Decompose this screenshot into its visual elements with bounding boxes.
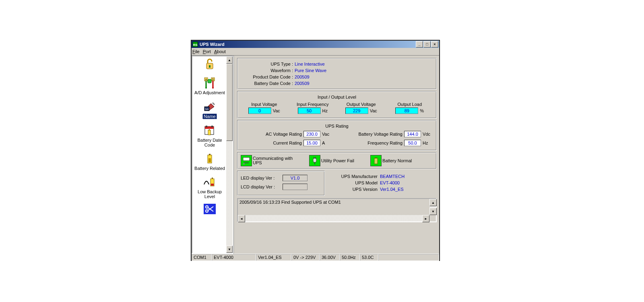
current-rating-label: Current Rating [273,141,302,145]
output-voltage-value: 229 [345,108,368,114]
ac-voltage-rating-unit: Vac [322,132,331,137]
scroll-down-button[interactable]: ▼ [429,208,437,215]
sidebar-item-ad-adjustment[interactable]: AD A/D Adjustment [194,77,226,95]
padlock-icon [203,58,217,71]
scroll-left-button[interactable]: ◄ [238,215,245,222]
low-backup-icon [203,176,217,188]
input-frequency-label: Input Frequency [291,102,335,107]
battery-voltage-rating-unit: Vdc [423,132,431,137]
io-level-title: Input / Output Level [241,95,433,99]
status-cell-spacer [378,254,439,261]
menu-port[interactable]: Port [203,49,211,54]
svg-rect-36 [374,158,378,164]
sidebar-item-extra[interactable] [194,204,226,215]
close-button[interactable]: × [431,41,438,48]
battery-icon [203,152,217,165]
sidebar-item-low-backup-level[interactable]: Low Backup Level [194,176,226,199]
svg-rect-12 [208,79,211,83]
frequency-rating-value: 50.0 [404,140,421,146]
sidebar-item-label: Battery Date Code [194,138,226,147]
input-voltage-unit: Vac [273,108,280,113]
svg-rect-25 [212,178,213,179]
scroll-up-button[interactable]: ▲ [429,199,437,206]
svg-point-10 [205,87,207,89]
status-battery-normal-label: Battery Normal [382,159,412,163]
svg-rect-26 [211,184,214,186]
battery-voltage-rating-value: 144.0 [404,131,421,137]
display-version-group: LED display Ver :V1.0 LCD display Ver : [237,171,325,196]
scrollbar-corner [429,215,436,221]
menu-file[interactable]: File [192,49,200,54]
sidebar-item-lock[interactable] [194,58,226,72]
ac-voltage-rating-value: 230.0 [303,131,320,137]
status-bar: COM1 EVT-4000 Ver1.04_ES 0V -> 229V 36.0… [192,254,439,261]
waveform-value: Pure Sine Wave [295,68,326,73]
led-display-ver-value: V1.0 [283,175,308,181]
scroll-down-button[interactable]: ▼ [226,246,233,253]
svg-rect-20 [209,129,210,130]
app-icon: RS [192,41,198,47]
svg-text:RS: RS [193,43,198,47]
status-group: Communicating with UPS Utility Power Fai… [237,152,437,169]
ups-version-label: UPS Version [331,187,380,192]
scroll-thumb[interactable] [226,64,233,141]
svg-rect-37 [375,157,377,158]
status-utility-power-label: Utility Power Fail [321,159,354,163]
status-cell-voltage: 0V -> 229V [291,254,320,261]
scroll-right-button[interactable]: ► [422,215,429,222]
menu-about[interactable]: About [214,49,226,54]
sidebar-item-name[interactable]: NA Name [194,100,226,119]
log-line: 2005/09/16 16:13:23 Find Supported UPS a… [239,200,341,205]
battery-calendar-icon [203,124,217,137]
input-voltage-value: 0 [248,108,271,114]
status-cell-port: COM1 [192,254,212,261]
input-voltage-label: Input Voltage [242,102,286,107]
frequency-rating-unit: Hz [423,141,431,145]
battery-date-value: 200509 [295,81,310,86]
output-load-unit: % [420,108,424,113]
battery-status-icon [370,155,382,166]
led-display-ver-label: LED display Ver : [241,176,281,180]
scroll-up-button[interactable]: ▲ [226,56,233,64]
maximize-button[interactable]: □ [423,41,431,48]
output-voltage-label: Output Voltage [339,102,383,107]
status-cell-batt-voltage: 36.00V [320,254,340,261]
input-frequency-value: 50 [298,108,321,114]
minimize-button[interactable]: _ [416,41,423,48]
ups-info-group: UPS Type :Line Interactive Waveform :Pur… [237,58,437,89]
current-rating-unit: A [322,141,331,145]
frequency-rating-label: Frequency Rating [367,141,402,145]
menu-bar: File Port About [192,48,439,56]
svg-point-11 [212,87,214,89]
sidebar-item-battery-related[interactable]: Battery Related [194,152,226,171]
plug-icon [309,155,320,166]
svg-rect-3 [209,65,211,68]
main-panel: UPS Type :Line Interactive Waveform :Pur… [234,56,439,254]
ac-voltage-rating-label: AC Voltage Rating [266,132,302,137]
status-cell-model: EVT-4000 [212,254,256,261]
communicating-icon [241,155,252,166]
sidebar-item-label: Name [202,114,217,119]
svg-line-30 [208,207,213,211]
scissors-icon [204,204,216,214]
log-vertical-scrollbar[interactable]: ▲ ▼ [429,199,436,215]
sidebar-item-label: A/D Adjustment [194,90,226,95]
log-textarea[interactable]: 2005/09/16 16:13:23 Find Supported UPS a… [237,198,437,222]
svg-line-16 [213,103,215,105]
title-bar: RS UPS Wizard _ □ × [192,41,439,48]
sidebar-item-battery-date-code[interactable]: Battery Date Code [194,124,226,147]
svg-point-32 [243,163,245,165]
status-cell-version: Ver1.04_ES [256,254,291,261]
status-communicating-label: Communicating with UPS [253,156,293,165]
output-load-label: Output Load [388,102,432,107]
current-rating-value: 15.00 [303,140,320,146]
sidebar-scrollbar[interactable]: ▲ ▼ [226,56,233,254]
svg-rect-23 [208,158,211,162]
log-horizontal-scrollbar[interactable]: ◄ ► [238,215,429,221]
svg-rect-33 [313,158,316,162]
sidebar-item-label: Battery Related [194,166,226,171]
svg-rect-19 [208,130,211,135]
battery-date-label: Battery Date Code : [241,81,295,86]
ups-model-value: EVT-4000 [380,180,400,185]
output-load-value: 89 [395,108,418,114]
